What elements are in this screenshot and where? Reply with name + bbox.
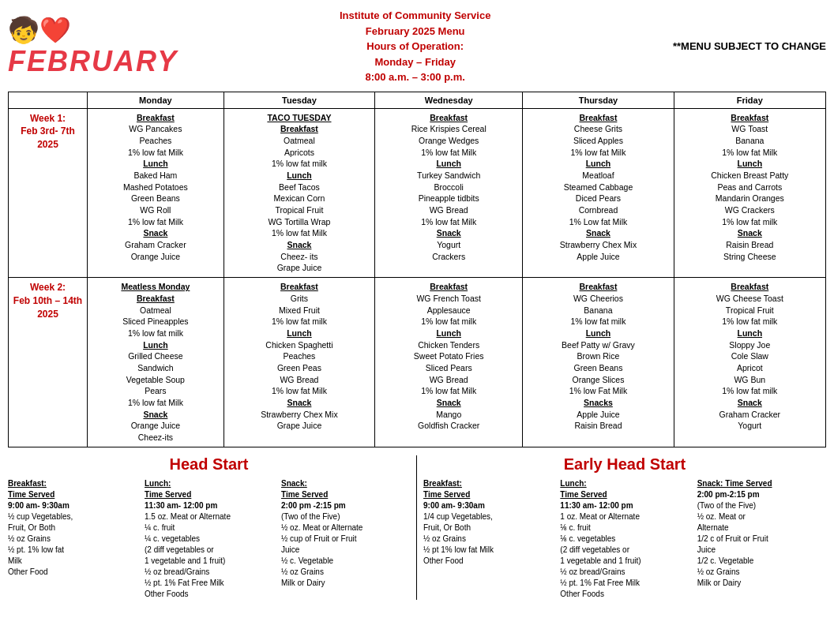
hs-snack-col: Snack: Time Served 2:00 pm -2:15 pm (Two…	[281, 478, 410, 600]
title-line2: February 2025 Menu	[340, 24, 490, 39]
w2-fri-l5: 1% low fat milk	[678, 385, 821, 397]
w2-fri-breakfast-label: Breakfast	[678, 281, 821, 293]
title-line4: Monday – Friday	[340, 54, 490, 70]
ehs-snack-title: Snack: Time Served	[697, 479, 772, 488]
w2-mon-l3: Vegetable Soup	[92, 374, 220, 386]
w1-tue-l5: 1% low fat Milk	[228, 227, 370, 239]
w1-thu-l3: Diced Pears	[527, 193, 669, 204]
ehs-lunch-subtitle: Time Served	[560, 490, 607, 499]
week2-friday: Breakfast WG Cheese Toast Tropical Fruit…	[674, 278, 825, 447]
hs-b2: Fruit, Or Both	[8, 522, 137, 534]
w2-thu-l5: 1% low Fat Milk	[527, 385, 669, 397]
w2-thu-l2: Brown Rice	[527, 350, 669, 362]
w2-tue-b1: Grits	[228, 293, 370, 305]
week1-row: Week 1: Feb 3rd- 7th 2025 Breakfast WG P…	[9, 108, 826, 278]
w1-fri-b2: Banana	[678, 135, 821, 147]
head-start-meal-row: Breakfast: Time Served 9:00 am- 9:30am ½…	[8, 478, 410, 600]
week1-wednesday: Breakfast Rice Krispies Cereal Orange We…	[375, 108, 523, 278]
w1-mon-l4: WG Roll	[92, 204, 220, 216]
hs-l4: (2 diff vegetables or	[145, 545, 273, 556]
w2-wed-l4: WG Bread	[379, 374, 518, 386]
hs-l3: ¼ c. vegetables	[145, 534, 273, 545]
hs-breakfast-time: 9:00 am- 9:30am	[8, 500, 137, 511]
hs-snack-note: (Two of the Five)	[281, 511, 410, 522]
w2-fri-l2: Cole Slaw	[678, 350, 821, 362]
w2-tue-l3: Green Peas	[228, 362, 370, 374]
ehs-l3: ⅛ c. vegetables	[560, 534, 689, 545]
logo-icon: 🧒❤️	[8, 15, 71, 45]
w1-wed-l2: Broccoli	[379, 182, 518, 193]
w2-mon-l1: Grilled Cheese	[92, 350, 220, 362]
hs-b4: ½ pt. 1% low fat	[8, 545, 137, 556]
w2-mon-b2: Sliced Pineapples	[92, 316, 220, 328]
col-friday: Friday	[674, 92, 825, 108]
week1-thursday: Breakfast Cheese Grits Sliced Apples 1% …	[523, 108, 674, 278]
w1-tue-l1: Beef Tacos	[228, 182, 370, 193]
ehs-breakfast-col: Breakfast: Time Served 9:00 am- 9:30am 1…	[423, 478, 552, 600]
logo-area: 🧒❤️ FEBRUARY	[8, 15, 178, 78]
w1-thu-b2: Sliced Apples	[527, 135, 669, 147]
title-line1: Institute of Community Service	[340, 8, 490, 24]
w2-mon-snack-label: Snack	[92, 409, 220, 421]
title-line3: Hours of Operation:	[340, 39, 490, 54]
hs-l7: ½ pt. 1% Fat Free Milk	[145, 578, 273, 589]
w2-wed-b1: WG French Toast	[379, 293, 518, 305]
w1-wed-s2: Crackers	[379, 251, 518, 263]
w2-tue-s2: Grape Juice	[228, 420, 370, 432]
week2-label: Week 2: Feb 10th – 14th 2025	[9, 278, 88, 447]
ehs-l6: ½ oz bread/Grains	[560, 567, 689, 578]
ehs-b5: Other Food	[423, 556, 552, 567]
col-thursday: Thursday	[523, 92, 674, 108]
early-head-start-section: Early Head Start Breakfast: Time Served …	[417, 455, 826, 600]
hs-b5: Milk	[8, 556, 137, 567]
w2-thu-s1: Apple Juice	[527, 409, 669, 421]
w1-tue-s2: Grape Juice	[228, 262, 370, 274]
week2-label-line1: Week 2:	[13, 281, 83, 294]
w1-fri-l4: WG Crackers	[678, 204, 821, 216]
w1-tue-b1: Oatmeal	[228, 135, 370, 147]
hs-breakfast-title: Breakfast:	[8, 479, 47, 488]
w2-mon-breakfast-label: Breakfast	[92, 293, 220, 305]
w1-wed-lunch-label: Lunch	[379, 158, 518, 170]
w2-thu-b3: 1% low fat milk	[527, 316, 669, 328]
col-wednesday: Wednesday	[375, 92, 523, 108]
w2-wed-lunch-label: Lunch	[379, 328, 518, 339]
w1-mon-s1: Graham Cracker	[92, 239, 220, 251]
w2-fri-snack-label: Snack	[678, 397, 821, 409]
week1-monday: Breakfast WG Pancakes Peaches 1% low fat…	[88, 108, 224, 278]
w2-wed-snack-label: Snack	[379, 397, 518, 409]
ehs-s3: 1/2 c of Fruit or Fruit	[697, 534, 826, 545]
w1-fri-b3: 1% low fat Milk	[678, 147, 821, 159]
early-head-start-meal-row: Breakfast: Time Served 9:00 am- 9:30am 1…	[423, 478, 826, 600]
w1-mon-snack-label: Snack	[92, 227, 220, 239]
early-head-start-title: Early Head Start	[423, 455, 826, 474]
w1-wed-snack-label: Snack	[379, 227, 518, 239]
w2-thu-l4: Orange Slices	[527, 374, 669, 386]
table-header-row: Monday Tuesday Wednesday Thursday Friday	[9, 92, 826, 108]
w2-thu-b1: WG Cheerios	[527, 293, 669, 305]
ehs-l7: ½ pt. 1% Fat Free Milk	[560, 578, 689, 589]
hs-lunch-title: Lunch:	[145, 479, 171, 488]
bottom-section: Head Start Breakfast: Time Served 9:00 a…	[8, 455, 826, 600]
ehs-s4: Juice	[697, 545, 826, 556]
w2-tue-l5: 1% low fat Milk	[228, 385, 370, 397]
hs-breakfast-col: Breakfast: Time Served 9:00 am- 9:30am ½…	[8, 478, 137, 600]
hs-s5: ½ oz Grains	[281, 567, 410, 578]
w1-mon-lunch-label: Lunch	[92, 158, 220, 170]
ehs-breakfast-title: Breakfast:	[423, 479, 462, 488]
ehs-breakfast-subtitle: Time Served	[423, 490, 470, 499]
week2-wednesday: Breakfast WG French Toast Applesauce 1% …	[375, 278, 523, 447]
w2-wed-l1: Chicken Tenders	[379, 339, 518, 351]
w1-thu-lunch-label: Lunch	[527, 158, 669, 170]
ehs-lunch-col: Lunch: Time Served 11:30 am- 12:00 pm 1 …	[560, 478, 689, 600]
w2-fri-b2: Tropical Fruit	[678, 305, 821, 316]
menu-table: Monday Tuesday Wednesday Thursday Friday…	[8, 92, 826, 447]
week1-friday: Breakfast WG Toast Banana 1% low fat Mil…	[674, 108, 825, 278]
w2-tue-s1: Strawberry Chex Mix	[228, 409, 370, 421]
w2-tue-b2: Mixed Fruit	[228, 305, 370, 316]
w2-mon-l2: Sandwich	[92, 362, 220, 374]
hs-l1: 1.5 oz. Meat or Alternate	[145, 511, 273, 522]
w1-thu-snack-label: Snack	[527, 227, 669, 239]
ehs-l5: 1 vegetable and 1 fruit)	[560, 556, 689, 567]
col-tuesday: Tuesday	[224, 92, 374, 108]
